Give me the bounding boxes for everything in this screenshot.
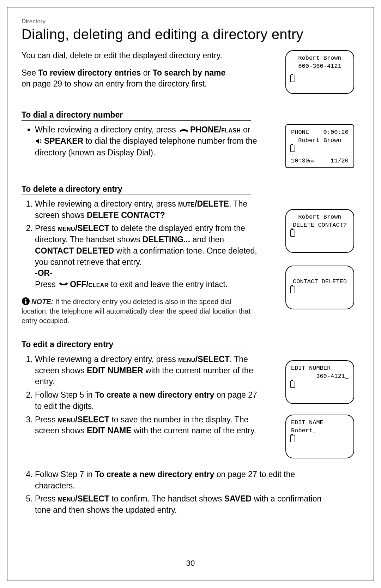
dial-step: While reviewing a directory entry, press… bbox=[35, 124, 261, 158]
edit-step-1: While reviewing a directory entry, press… bbox=[35, 354, 261, 387]
page-number: 30 bbox=[7, 559, 374, 568]
battery-icon bbox=[290, 286, 295, 293]
svg-point-1 bbox=[25, 298, 26, 300]
see-also-text: See To review directory entries or To se… bbox=[22, 67, 237, 89]
intro-text: You can dial, delete or edit the display… bbox=[22, 50, 247, 61]
lcd-screen-delete-prompt: Robert Brown DELETE CONTACT? bbox=[285, 209, 354, 253]
phone-icon bbox=[179, 125, 189, 136]
heading-edit: To edit a directory entry bbox=[22, 340, 251, 350]
battery-icon bbox=[290, 435, 295, 442]
battery-icon bbox=[290, 145, 295, 152]
lcd-screen-edit-name: EDIT NAME Robert_ bbox=[285, 415, 354, 458]
heading-dial: To dial a directory number bbox=[22, 110, 251, 121]
breadcrumb: Directory bbox=[22, 18, 359, 25]
edit-step-3: Press MENU/SELECT to save the number in … bbox=[35, 414, 261, 436]
edit-step-4: Follow Step 7 in To create a new directo… bbox=[35, 469, 324, 491]
svg-rect-2 bbox=[25, 301, 26, 304]
page-title: Dialing, deleting and editing a director… bbox=[22, 26, 359, 42]
edit-step-2: Follow Step 5 in To create a new directo… bbox=[35, 390, 261, 412]
delete-step-1: While reviewing a directory entry, press… bbox=[35, 198, 261, 221]
edit-step-5: Press MENU/SELECT to confirm. The handse… bbox=[35, 493, 324, 516]
off-icon bbox=[59, 279, 68, 291]
info-icon bbox=[22, 297, 30, 305]
lcd-screen-dialing: PHONE0:00:20 Robert Brown 10:30PM11/20 bbox=[285, 124, 354, 168]
lcd-screen-directory-entry: Robert Brown 800-360-4121 bbox=[285, 50, 354, 94]
lcd-screen-contact-deleted: CONTACT DELETED bbox=[285, 266, 354, 309]
battery-icon bbox=[290, 230, 295, 237]
delete-step-2: Press MENU/SELECT to delete the displaye… bbox=[35, 223, 261, 290]
battery-icon bbox=[290, 381, 295, 388]
note-text: NOTE: If the directory entry you deleted… bbox=[22, 297, 254, 326]
lcd-screen-edit-number: EDIT NUMBER 360-4121_ bbox=[285, 360, 354, 404]
battery-icon bbox=[290, 75, 295, 82]
heading-delete: To delete a directory entry bbox=[22, 184, 251, 195]
speaker-icon bbox=[36, 136, 43, 147]
